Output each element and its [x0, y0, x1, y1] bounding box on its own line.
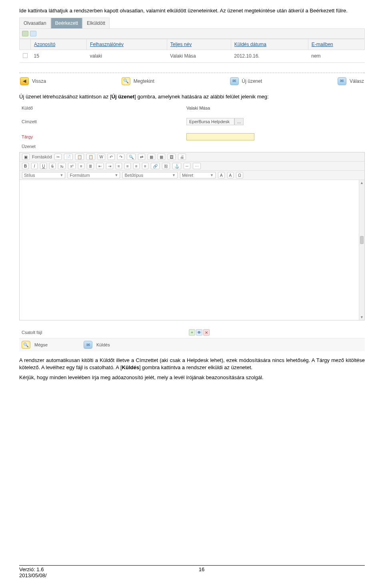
- bullist-icon[interactable]: ≣: [87, 163, 94, 169]
- reply-label[interactable]: Válasz: [350, 78, 364, 84]
- tab-unread[interactable]: Olvasatlan: [19, 18, 51, 28]
- col-email[interactable]: E-mailben: [308, 39, 364, 50]
- size-select[interactable]: Méret▼: [180, 172, 216, 178]
- anchor-icon[interactable]: ⚓: [172, 163, 181, 169]
- scroll-down-icon[interactable]: ▼: [359, 314, 364, 320]
- tab-sent[interactable]: Elküldött: [82, 18, 110, 28]
- attachment-label: Csatolt fájl: [22, 330, 42, 335]
- action-bar: Vissza Megtekint Új üzenet Válasz: [19, 75, 365, 88]
- recipient-browse-button[interactable]: ...: [234, 118, 244, 125]
- attach-remove-icon[interactable]: ✕: [203, 329, 210, 336]
- new-message-label[interactable]: Új üzenet: [242, 78, 262, 84]
- toolbar-row-2: B I U S̶ x₂ x² ≡ ≣ ⇤ ⇥ ≡ ≡ ≡ ≡ 🔗 ⛓ ⚓ ─ ⋯: [20, 162, 364, 171]
- p2-c: ] gombra, amelynek hatására az alábbi fe…: [134, 94, 268, 100]
- compose-form-screenshot: Küldő Valaki Mása Címzett EperBursa Help…: [19, 103, 365, 351]
- subject-input[interactable]: [186, 133, 254, 140]
- align-justify-icon[interactable]: ≡: [142, 163, 148, 169]
- editor-body[interactable]: ▲ ▼: [20, 180, 364, 320]
- row-checkbox[interactable]: [23, 53, 28, 58]
- compose-action-bar: Mégse Küldés: [19, 338, 365, 351]
- send-icon[interactable]: [84, 341, 92, 349]
- more-icon[interactable]: ⋯: [193, 163, 201, 169]
- cell-email: nem: [308, 50, 364, 62]
- cancel-button[interactable]: Mégse: [34, 342, 48, 347]
- recipient-value: EperBursa Helpdesk: [186, 118, 234, 125]
- italic-icon[interactable]: I: [31, 163, 38, 169]
- export-excel-icon[interactable]: [22, 31, 28, 36]
- sender-label: Küldő: [19, 106, 33, 110]
- text-color-icon[interactable]: A: [218, 172, 225, 178]
- paste-text-icon[interactable]: 📋: [86, 154, 95, 160]
- page-footer: Verzió: 1.6 2013/05/08/ 16: [19, 565, 365, 578]
- bold-icon[interactable]: B: [22, 163, 29, 169]
- font-select[interactable]: Betűtípus▼: [122, 172, 177, 178]
- message-list-screenshot: Olvasatlan Beérkezett Elküldött Azonosít…: [19, 18, 365, 88]
- attach-view-icon[interactable]: 👁: [196, 329, 202, 336]
- paragraph-taxid: Kérjük, hogy minden levelében írja meg a…: [19, 374, 365, 381]
- cell-name: Valaki Mása: [167, 50, 231, 62]
- paste-word-icon[interactable]: W: [98, 154, 105, 160]
- strike-icon[interactable]: S̶: [49, 163, 56, 169]
- style-select[interactable]: Stílus▼: [22, 172, 65, 178]
- recipient-picker: EperBursa Helpdesk ...: [186, 118, 244, 125]
- view-label[interactable]: Megtekint: [134, 78, 154, 84]
- replace-icon[interactable]: ⇄: [138, 154, 145, 160]
- source-button[interactable]: ▣: [22, 154, 30, 160]
- paste-icon[interactable]: 📋: [75, 154, 84, 160]
- align-left-icon[interactable]: ≡: [116, 163, 122, 169]
- col-user[interactable]: Felhasználónév: [86, 39, 167, 50]
- undo-icon[interactable]: ↶: [108, 154, 115, 160]
- back-icon[interactable]: [20, 77, 29, 85]
- hr-icon[interactable]: ─: [184, 163, 190, 169]
- find-icon[interactable]: 🔍: [127, 154, 136, 160]
- editor-scrollbar[interactable]: ▲ ▼: [359, 180, 364, 320]
- view-icon[interactable]: [122, 77, 130, 85]
- pager-icon[interactable]: [30, 31, 36, 36]
- indent-icon[interactable]: ⇥: [106, 163, 113, 169]
- cell-id: 15: [31, 50, 87, 62]
- image-icon[interactable]: 🖼: [168, 154, 176, 160]
- col-name[interactable]: Teljes név: [167, 39, 231, 50]
- body-label: Üzenet: [19, 144, 36, 149]
- new-message-icon[interactable]: [230, 77, 239, 85]
- cut-icon[interactable]: ✂: [54, 154, 62, 160]
- col-id[interactable]: Azonosító: [31, 39, 87, 50]
- col-select: [20, 39, 31, 50]
- bg-color-icon[interactable]: A: [227, 172, 234, 178]
- align-center-icon[interactable]: ≡: [124, 163, 131, 169]
- redo-icon[interactable]: ↷: [117, 154, 124, 160]
- sub-icon[interactable]: x₂: [58, 163, 66, 169]
- p2-a: Új üzenet létrehozásához kattintson az [: [19, 94, 112, 100]
- p3-b: Küldés: [122, 364, 139, 370]
- subject-label: Tárgy: [19, 134, 33, 139]
- link-icon[interactable]: 🔗: [151, 163, 160, 169]
- source-label[interactable]: Forráskód: [32, 154, 52, 159]
- cancel-icon[interactable]: [22, 341, 30, 349]
- back-label[interactable]: Vissza: [32, 78, 46, 84]
- attach-add-icon[interactable]: ＋: [189, 329, 195, 336]
- print-icon[interactable]: 🖨: [178, 154, 186, 160]
- tab-inbox[interactable]: Beérkezett: [51, 18, 82, 28]
- copy-icon[interactable]: 📄: [64, 154, 73, 160]
- attachment-row: Csatolt fájl ＋ 👁 ✕: [19, 328, 365, 336]
- numlist-icon[interactable]: ≡: [78, 163, 84, 169]
- selectall-icon[interactable]: ▦: [148, 154, 155, 160]
- paragraph-new-message: Új üzenet létrehozásához kattintson az […: [19, 93, 365, 100]
- format-select[interactable]: Formátum▼: [68, 172, 120, 178]
- sup-icon[interactable]: x²: [68, 163, 75, 169]
- footer-page-number: 16: [199, 566, 204, 578]
- special-char-icon[interactable]: Ω: [236, 172, 243, 178]
- table-row[interactable]: 15 valaki Valaki Mása 2012.10.16. nem: [20, 50, 365, 62]
- align-right-icon[interactable]: ≡: [133, 163, 140, 169]
- outdent-icon[interactable]: ⇤: [96, 163, 104, 169]
- table-icon[interactable]: ▦: [158, 154, 165, 160]
- scroll-up-icon[interactable]: ▲: [359, 180, 364, 186]
- cell-user: valaki: [86, 50, 167, 62]
- scroll-thumb[interactable]: [360, 236, 364, 244]
- unlink-icon[interactable]: ⛓: [162, 163, 170, 169]
- underline-icon[interactable]: U: [40, 163, 47, 169]
- col-date[interactable]: Küldés dátuma: [231, 39, 308, 50]
- reply-icon[interactable]: [338, 77, 346, 85]
- send-button[interactable]: Küldés: [96, 342, 110, 347]
- paragraph-intro: Ide kattintva láthatjuk a rendszerben ka…: [19, 7, 365, 14]
